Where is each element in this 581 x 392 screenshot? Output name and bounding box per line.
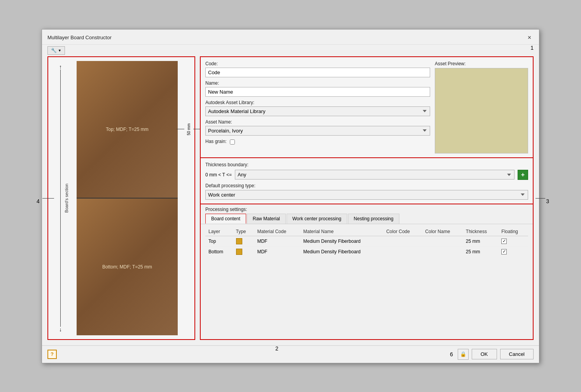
asset-name-label: Asset Name: — [205, 119, 430, 125]
dim-50-indicator: 50 mm — [177, 123, 201, 135]
processing-settings-label: Processing settings: — [201, 204, 533, 214]
col-floating: Floating — [498, 227, 528, 236]
tab-raw-material[interactable]: Raw Material — [247, 214, 286, 224]
asset-library-select[interactable]: Autodesk Material Library — [205, 106, 430, 116]
col-color-name: Color Name — [422, 227, 463, 236]
cell-material-code-bottom: MDF — [254, 246, 300, 257]
down-arrow: ↓ — [59, 327, 62, 332]
dialog-title: Multilayer Board Constructor — [47, 35, 112, 40]
lock-icon: 🔒 — [460, 351, 466, 357]
thickness-boundary-label: Thickness boundary: — [205, 162, 528, 167]
cell-thickness-bottom: 25 mm — [463, 246, 498, 257]
col-color-code: Color Code — [383, 227, 422, 236]
cell-type-top — [233, 236, 254, 246]
table-row[interactable]: Bottom MDF Medium Density Fiberboard 25 … — [205, 246, 528, 257]
tab-workcenter-processing[interactable]: Work center processing — [287, 214, 347, 224]
wrench-icon: 🔧 — [51, 48, 57, 53]
cell-layer-top: Top — [205, 236, 233, 246]
callout-3-line — [536, 198, 545, 199]
cell-color-code-bottom — [383, 246, 422, 257]
processing-section: Processing settings: Board content Raw M… — [200, 204, 534, 340]
tab-board-content[interactable]: Board content — [205, 214, 246, 224]
toolbar: 5 🔧 ▼ — [42, 45, 539, 56]
cell-material-code-top: MDF — [254, 236, 300, 246]
dim-50-label: 50 mm — [186, 123, 192, 135]
asset-preview-label: Asset Preview: — [435, 61, 528, 66]
asset-library-label: Autodesk Asset Library: — [205, 100, 430, 105]
help-button[interactable]: ? — [47, 350, 57, 359]
button-group: 6 🔒 OK Cancel — [450, 349, 534, 360]
code-row: Code: — [205, 61, 430, 77]
floating-checkbox-bottom[interactable]: ✓ — [501, 249, 507, 254]
cell-material-name-top: Medium Density Fiberboard — [300, 236, 383, 246]
board-bottom-label: Bottom; MDF; T=25 mm — [102, 264, 152, 270]
callout-6: 6 — [450, 351, 453, 357]
add-thickness-button[interactable]: + — [518, 170, 528, 180]
thickness-prefix: 0 mm < T <= — [205, 172, 232, 178]
thickness-select[interactable]: Any — [235, 170, 514, 179]
has-grain-row: Has grain: — [205, 139, 430, 145]
tab-board-content-label: Board content — [211, 216, 240, 221]
title-bar: Multilayer Board Constructor × — [42, 30, 539, 45]
main-dialog: Multilayer Board Constructor × 5 🔧 ▼ 4 B… — [42, 29, 539, 363]
material-icon-bottom — [236, 249, 242, 255]
processing-type-select[interactable]: Work center — [205, 190, 528, 200]
col-type: Type — [233, 227, 254, 236]
tab-workcenter-processing-label: Work center processing — [292, 216, 341, 221]
callout-4-line — [42, 198, 54, 199]
floating-checkbox-top[interactable]: ✓ — [501, 239, 507, 244]
form-area: Code: Name: Autodesk Asset Library: Auto… — [205, 61, 430, 153]
callout-2: 2 — [275, 345, 278, 352]
cell-layer-bottom: Bottom — [205, 246, 233, 257]
tab-nesting-processing[interactable]: Nesting processing — [348, 214, 399, 224]
thickness-row: 0 mm < T <= Any + — [205, 170, 528, 180]
bottom-bar: ? 6 🔒 OK Cancel — [42, 345, 539, 363]
middle-section: Thickness boundary: 0 mm < T <= Any + De… — [200, 158, 534, 204]
cell-color-name-top — [422, 236, 463, 246]
tool-dropdown-icon: ▼ — [58, 49, 61, 52]
board-top-label: Top; MDF; T=25 mm — [106, 127, 148, 132]
material-icon-top — [236, 238, 242, 244]
callout-4: 4 — [37, 198, 40, 204]
tabs-bar: Board content Raw Material Work center p… — [201, 214, 533, 224]
cell-color-code-top — [383, 236, 422, 246]
col-material-code: Material Code — [254, 227, 300, 236]
callout-3: 3 — [546, 198, 549, 204]
cell-floating-bottom: ✓ — [498, 246, 528, 257]
close-button[interactable]: × — [525, 33, 534, 42]
vert-line — [60, 70, 61, 327]
asset-name-select[interactable]: Porcelain, Ivory — [205, 126, 430, 136]
board-content-table: Layer Type Material Code Material Name C… — [205, 227, 528, 257]
cell-material-name-bottom: Medium Density Fiberboard — [300, 246, 383, 257]
name-row: Name: — [205, 80, 430, 97]
main-content: 4 Board's section ↑ ↓ Top; MDF; T=25 mm … — [42, 56, 539, 345]
tab-nesting-processing-label: Nesting processing — [354, 216, 394, 221]
ok-button[interactable]: OK — [472, 349, 497, 359]
code-label: Code: — [205, 61, 430, 66]
has-grain-checkbox[interactable] — [230, 139, 235, 145]
board-visual: Top; MDF; T=25 mm 50 mm Bottom; MDF; T=2… — [77, 61, 178, 335]
asset-preview-area: Asset Preview: — [435, 61, 528, 153]
board-section-label: Board's section — [64, 183, 69, 213]
name-input[interactable] — [205, 87, 430, 97]
right-panel: 3 1 Code: Name: Autodesk Asset Library — [200, 56, 534, 340]
vertical-dim: ↑ ↓ — [59, 64, 62, 332]
cell-color-name-bottom — [422, 246, 463, 257]
col-layer: Layer — [205, 227, 233, 236]
table-header-row: Layer Type Material Code Material Name C… — [205, 227, 528, 236]
top-section: Code: Name: Autodesk Asset Library: Auto… — [200, 56, 534, 158]
lock-icon-box[interactable]: 🔒 — [458, 349, 469, 360]
table-row[interactable]: Top MDF Medium Density Fiberboard 25 mm … — [205, 236, 528, 246]
processing-type-label: Default processing type: — [205, 183, 528, 188]
cell-thickness-top: 25 mm — [463, 236, 498, 246]
tab-raw-material-label: Raw Material — [253, 216, 280, 221]
asset-library-row: Autodesk Asset Library: Autodesk Materia… — [205, 100, 430, 116]
tool-button[interactable]: 🔧 ▼ — [47, 46, 65, 55]
left-panel: 4 Board's section ↑ ↓ Top; MDF; T=25 mm … — [47, 56, 195, 340]
dim-line-left — [177, 129, 184, 129]
code-input[interactable] — [205, 68, 430, 77]
cell-floating-top: ✓ — [498, 236, 528, 246]
col-thickness: Thickness — [463, 227, 498, 236]
cancel-button[interactable]: Cancel — [500, 349, 534, 359]
name-label: Name: — [205, 80, 430, 86]
